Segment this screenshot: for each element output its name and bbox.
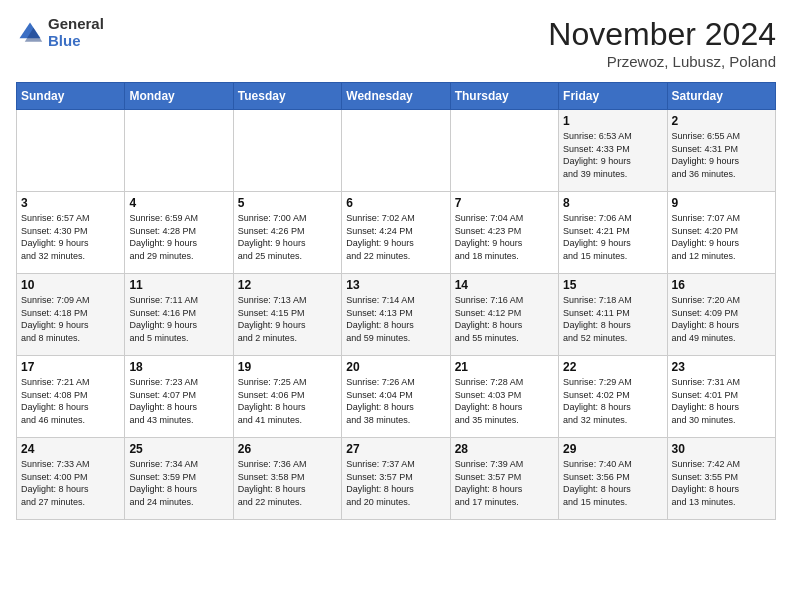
calendar-cell: 22Sunrise: 7:29 AM Sunset: 4:02 PM Dayli… xyxy=(559,356,667,438)
day-number: 24 xyxy=(21,442,120,456)
weekday-header-thursday: Thursday xyxy=(450,83,558,110)
day-info: Sunrise: 6:59 AM Sunset: 4:28 PM Dayligh… xyxy=(129,212,228,262)
day-info: Sunrise: 7:34 AM Sunset: 3:59 PM Dayligh… xyxy=(129,458,228,508)
calendar-cell xyxy=(342,110,450,192)
day-info: Sunrise: 7:00 AM Sunset: 4:26 PM Dayligh… xyxy=(238,212,337,262)
calendar-cell: 4Sunrise: 6:59 AM Sunset: 4:28 PM Daylig… xyxy=(125,192,233,274)
day-number: 5 xyxy=(238,196,337,210)
calendar-week-5: 24Sunrise: 7:33 AM Sunset: 4:00 PM Dayli… xyxy=(17,438,776,520)
day-info: Sunrise: 7:11 AM Sunset: 4:16 PM Dayligh… xyxy=(129,294,228,344)
day-number: 12 xyxy=(238,278,337,292)
day-info: Sunrise: 6:57 AM Sunset: 4:30 PM Dayligh… xyxy=(21,212,120,262)
calendar-cell: 8Sunrise: 7:06 AM Sunset: 4:21 PM Daylig… xyxy=(559,192,667,274)
calendar-cell: 11Sunrise: 7:11 AM Sunset: 4:16 PM Dayli… xyxy=(125,274,233,356)
day-number: 20 xyxy=(346,360,445,374)
day-info: Sunrise: 7:13 AM Sunset: 4:15 PM Dayligh… xyxy=(238,294,337,344)
calendar-cell: 10Sunrise: 7:09 AM Sunset: 4:18 PM Dayli… xyxy=(17,274,125,356)
day-info: Sunrise: 7:42 AM Sunset: 3:55 PM Dayligh… xyxy=(672,458,771,508)
calendar-cell: 25Sunrise: 7:34 AM Sunset: 3:59 PM Dayli… xyxy=(125,438,233,520)
day-info: Sunrise: 7:39 AM Sunset: 3:57 PM Dayligh… xyxy=(455,458,554,508)
calendar-cell: 21Sunrise: 7:28 AM Sunset: 4:03 PM Dayli… xyxy=(450,356,558,438)
calendar-cell: 23Sunrise: 7:31 AM Sunset: 4:01 PM Dayli… xyxy=(667,356,775,438)
day-info: Sunrise: 7:14 AM Sunset: 4:13 PM Dayligh… xyxy=(346,294,445,344)
day-number: 17 xyxy=(21,360,120,374)
calendar-cell: 16Sunrise: 7:20 AM Sunset: 4:09 PM Dayli… xyxy=(667,274,775,356)
calendar-header: SundayMondayTuesdayWednesdayThursdayFrid… xyxy=(17,83,776,110)
day-info: Sunrise: 7:02 AM Sunset: 4:24 PM Dayligh… xyxy=(346,212,445,262)
logo-general-text: General xyxy=(48,16,104,33)
calendar-week-3: 10Sunrise: 7:09 AM Sunset: 4:18 PM Dayli… xyxy=(17,274,776,356)
day-number: 28 xyxy=(455,442,554,456)
day-number: 13 xyxy=(346,278,445,292)
day-number: 10 xyxy=(21,278,120,292)
day-info: Sunrise: 7:09 AM Sunset: 4:18 PM Dayligh… xyxy=(21,294,120,344)
calendar-cell: 7Sunrise: 7:04 AM Sunset: 4:23 PM Daylig… xyxy=(450,192,558,274)
day-info: Sunrise: 7:26 AM Sunset: 4:04 PM Dayligh… xyxy=(346,376,445,426)
location-text: Przewoz, Lubusz, Poland xyxy=(548,53,776,70)
weekday-header-wednesday: Wednesday xyxy=(342,83,450,110)
logo: General Blue xyxy=(16,16,104,49)
day-info: Sunrise: 7:06 AM Sunset: 4:21 PM Dayligh… xyxy=(563,212,662,262)
calendar-cell: 18Sunrise: 7:23 AM Sunset: 4:07 PM Dayli… xyxy=(125,356,233,438)
calendar-cell: 5Sunrise: 7:00 AM Sunset: 4:26 PM Daylig… xyxy=(233,192,341,274)
logo-icon xyxy=(16,19,44,47)
day-number: 11 xyxy=(129,278,228,292)
day-number: 7 xyxy=(455,196,554,210)
calendar-cell: 12Sunrise: 7:13 AM Sunset: 4:15 PM Dayli… xyxy=(233,274,341,356)
logo-text: General Blue xyxy=(48,16,104,49)
day-number: 16 xyxy=(672,278,771,292)
day-number: 4 xyxy=(129,196,228,210)
calendar-table: SundayMondayTuesdayWednesdayThursdayFrid… xyxy=(16,82,776,520)
day-number: 25 xyxy=(129,442,228,456)
calendar-cell: 27Sunrise: 7:37 AM Sunset: 3:57 PM Dayli… xyxy=(342,438,450,520)
calendar-cell: 1Sunrise: 6:53 AM Sunset: 4:33 PM Daylig… xyxy=(559,110,667,192)
calendar-cell: 20Sunrise: 7:26 AM Sunset: 4:04 PM Dayli… xyxy=(342,356,450,438)
day-number: 19 xyxy=(238,360,337,374)
day-info: Sunrise: 7:31 AM Sunset: 4:01 PM Dayligh… xyxy=(672,376,771,426)
day-number: 26 xyxy=(238,442,337,456)
weekday-header-tuesday: Tuesday xyxy=(233,83,341,110)
day-info: Sunrise: 7:25 AM Sunset: 4:06 PM Dayligh… xyxy=(238,376,337,426)
day-number: 14 xyxy=(455,278,554,292)
calendar-cell: 19Sunrise: 7:25 AM Sunset: 4:06 PM Dayli… xyxy=(233,356,341,438)
day-info: Sunrise: 7:23 AM Sunset: 4:07 PM Dayligh… xyxy=(129,376,228,426)
day-info: Sunrise: 7:29 AM Sunset: 4:02 PM Dayligh… xyxy=(563,376,662,426)
day-number: 15 xyxy=(563,278,662,292)
page-header: General Blue November 2024 Przewoz, Lubu… xyxy=(16,16,776,70)
day-number: 29 xyxy=(563,442,662,456)
day-number: 1 xyxy=(563,114,662,128)
calendar-cell: 15Sunrise: 7:18 AM Sunset: 4:11 PM Dayli… xyxy=(559,274,667,356)
calendar-week-1: 1Sunrise: 6:53 AM Sunset: 4:33 PM Daylig… xyxy=(17,110,776,192)
day-number: 22 xyxy=(563,360,662,374)
calendar-cell: 13Sunrise: 7:14 AM Sunset: 4:13 PM Dayli… xyxy=(342,274,450,356)
calendar-cell xyxy=(233,110,341,192)
month-title: November 2024 xyxy=(548,16,776,53)
title-block: November 2024 Przewoz, Lubusz, Poland xyxy=(548,16,776,70)
calendar-cell: 29Sunrise: 7:40 AM Sunset: 3:56 PM Dayli… xyxy=(559,438,667,520)
day-info: Sunrise: 7:40 AM Sunset: 3:56 PM Dayligh… xyxy=(563,458,662,508)
day-info: Sunrise: 7:16 AM Sunset: 4:12 PM Dayligh… xyxy=(455,294,554,344)
calendar-cell: 30Sunrise: 7:42 AM Sunset: 3:55 PM Dayli… xyxy=(667,438,775,520)
day-info: Sunrise: 7:18 AM Sunset: 4:11 PM Dayligh… xyxy=(563,294,662,344)
day-info: Sunrise: 7:37 AM Sunset: 3:57 PM Dayligh… xyxy=(346,458,445,508)
day-info: Sunrise: 6:55 AM Sunset: 4:31 PM Dayligh… xyxy=(672,130,771,180)
calendar-cell xyxy=(17,110,125,192)
weekday-header-monday: Monday xyxy=(125,83,233,110)
day-info: Sunrise: 7:28 AM Sunset: 4:03 PM Dayligh… xyxy=(455,376,554,426)
calendar-cell: 6Sunrise: 7:02 AM Sunset: 4:24 PM Daylig… xyxy=(342,192,450,274)
day-info: Sunrise: 7:07 AM Sunset: 4:20 PM Dayligh… xyxy=(672,212,771,262)
day-number: 21 xyxy=(455,360,554,374)
weekday-header-friday: Friday xyxy=(559,83,667,110)
weekday-header-row: SundayMondayTuesdayWednesdayThursdayFrid… xyxy=(17,83,776,110)
day-number: 27 xyxy=(346,442,445,456)
calendar-cell xyxy=(125,110,233,192)
day-number: 9 xyxy=(672,196,771,210)
logo-blue-text: Blue xyxy=(48,33,104,50)
day-info: Sunrise: 7:04 AM Sunset: 4:23 PM Dayligh… xyxy=(455,212,554,262)
calendar-cell: 2Sunrise: 6:55 AM Sunset: 4:31 PM Daylig… xyxy=(667,110,775,192)
calendar-cell: 28Sunrise: 7:39 AM Sunset: 3:57 PM Dayli… xyxy=(450,438,558,520)
day-number: 30 xyxy=(672,442,771,456)
day-info: Sunrise: 7:20 AM Sunset: 4:09 PM Dayligh… xyxy=(672,294,771,344)
calendar-week-4: 17Sunrise: 7:21 AM Sunset: 4:08 PM Dayli… xyxy=(17,356,776,438)
weekday-header-saturday: Saturday xyxy=(667,83,775,110)
